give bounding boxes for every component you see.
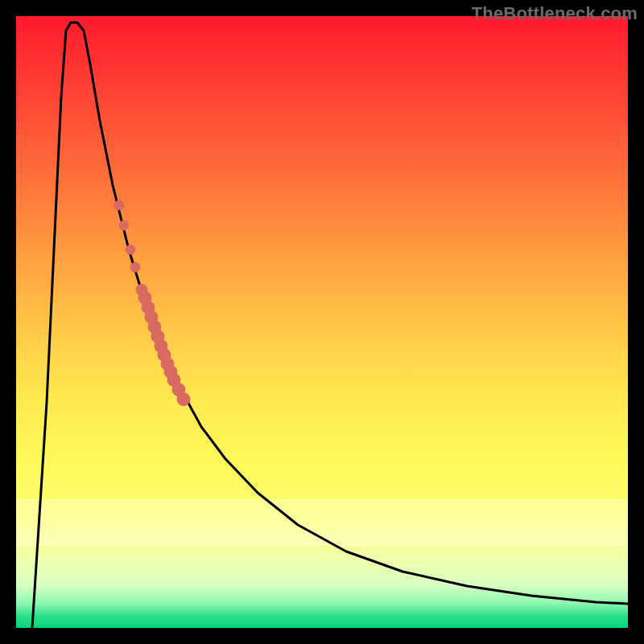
bottleneck-curve-line [32,23,628,628]
highlight-dot [126,245,135,254]
watermark-text: TheBottleneck.com [472,3,638,24]
highlight-dot [119,221,129,230]
highlight-dot [177,393,190,406]
highlight-dot [130,262,140,272]
chart-svg [16,16,628,628]
chart-frame: TheBottleneck.com [0,0,644,644]
highlight-dots-group [114,200,190,406]
highlight-dot [114,200,124,210]
plot-area [16,16,628,628]
